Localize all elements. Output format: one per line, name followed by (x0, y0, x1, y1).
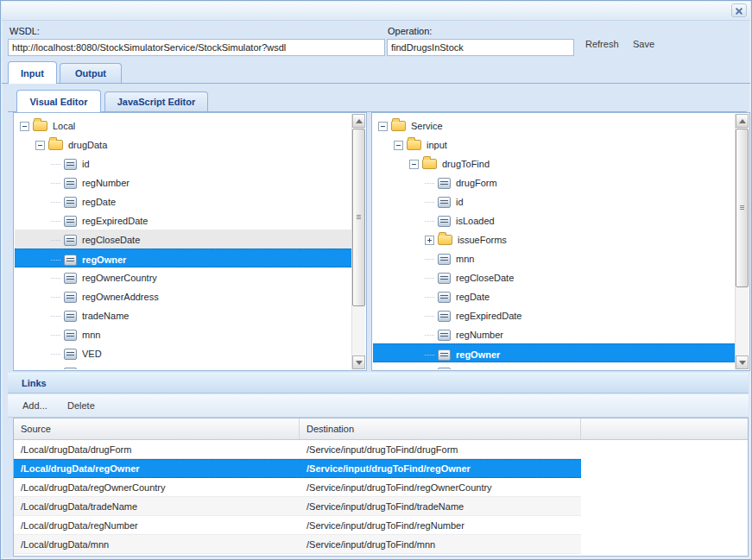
refresh-button[interactable]: Refresh (583, 37, 622, 51)
tree-node-mnn[interactable]: mnn (15, 324, 351, 343)
tree-connector (51, 335, 60, 336)
tree-node-regOwnerAddress[interactable]: regOwnerAddress (373, 362, 735, 369)
tree-indent (15, 299, 51, 299)
tree-node-isLoaded[interactable]: isLoaded (373, 211, 735, 230)
tree-node-regDate[interactable]: regDate (373, 286, 735, 305)
collapse-icon[interactable] (409, 160, 419, 169)
scroll-down-icon[interactable] (736, 356, 749, 369)
field-icon (438, 254, 451, 265)
tree-node-id[interactable]: id (373, 192, 735, 211)
link-row[interactable]: /Local/drugData/regOwnerCountry/Service/… (14, 478, 581, 497)
link-destination: /Service/input/drugToFind/regOwner (300, 460, 581, 477)
folder-icon (407, 140, 421, 150)
folder-icon (48, 140, 63, 150)
tree-node-label: input (427, 140, 447, 150)
tree-node-Local[interactable]: Local (15, 116, 351, 135)
link-row[interactable]: /Local/drugData/drugForm/Service/input/d… (14, 440, 581, 459)
wsdl-input[interactable] (8, 39, 385, 56)
tree-node-tradeName[interactable]: tradeName (15, 305, 351, 324)
scroll-up-icon[interactable] (352, 114, 365, 128)
tab-output[interactable]: Output (60, 63, 122, 84)
tree-node-id[interactable]: id (15, 154, 351, 173)
field-icon (64, 197, 77, 208)
tree-indent (373, 356, 425, 357)
tree-indent (373, 299, 425, 299)
tab-javascript-editor[interactable]: JavaScript Editor (104, 91, 208, 112)
tree-node-input[interactable]: input (373, 135, 735, 154)
links-panel-header: Links (8, 373, 749, 393)
tree-connector (51, 297, 60, 298)
column-header-source[interactable]: Source (14, 418, 300, 439)
tree-indent (373, 318, 425, 318)
save-button[interactable]: Save (630, 37, 657, 51)
local-tree: LocaldrugDataidregNumberregDateregExpire… (15, 114, 351, 369)
link-row[interactable]: /Local/drugData/mnn/Service/input/drugTo… (14, 535, 581, 554)
tree-node-regOwnerAddress[interactable]: regOwnerAddress (15, 286, 351, 305)
link-source: /Local/drugData/mnn (14, 535, 300, 553)
scrollbar-thumb[interactable] (352, 129, 365, 306)
collapse-icon[interactable] (378, 122, 388, 131)
links-grid: Source Destination /Local/drugData/drugF… (13, 418, 749, 557)
tree-node-label: id (456, 197, 464, 207)
tree-node-drugForm[interactable]: drugForm (373, 173, 735, 192)
tree-indent (15, 185, 51, 186)
links-toolbar: Add... Delete (8, 394, 749, 418)
tab-input[interactable]: Input (8, 61, 57, 84)
tree-indent (15, 223, 51, 223)
tree-indent (373, 280, 425, 280)
tree-node-regCloseDate[interactable]: regCloseDate (373, 267, 735, 286)
field-icon (64, 159, 77, 170)
tree-indent (373, 204, 425, 204)
add-link-button[interactable]: Add... (20, 399, 50, 412)
collapse-icon[interactable] (394, 141, 403, 150)
tree-node-label: tradeName (82, 311, 129, 321)
tree-node-issueForms[interactable]: issueForms (373, 230, 735, 249)
tree-node-regExpiredDate[interactable]: regExpiredDate (373, 305, 735, 324)
tree-node-regNumber[interactable]: regNumber (373, 324, 735, 343)
tree-connector (425, 355, 434, 356)
link-destination: /Service/input/drugToFind/drugForm (300, 440, 581, 458)
field-icon (64, 292, 77, 303)
field-icon (438, 197, 451, 208)
tree-node-regExpiredDate[interactable]: regExpiredDate (15, 211, 351, 230)
column-header-filler (581, 418, 748, 439)
scroll-down-icon[interactable] (352, 356, 365, 369)
scroll-up-icon[interactable] (736, 114, 749, 128)
link-source: /Local/drugData/tradeName (14, 497, 300, 515)
tree-node-mnn[interactable]: mnn (373, 249, 735, 267)
scrollbar-track[interactable] (735, 114, 749, 369)
folder-icon (422, 159, 437, 169)
column-header-destination[interactable]: Destination (300, 418, 581, 439)
tree-node-regNumber[interactable]: regNumber (15, 173, 351, 192)
operation-input[interactable] (387, 39, 574, 56)
tree-node-regOwner[interactable]: regOwner (15, 249, 351, 267)
collapse-icon[interactable] (35, 141, 45, 150)
tree-node-VED[interactable]: VED (15, 343, 351, 362)
tree-indent (373, 261, 425, 261)
expand-icon[interactable] (425, 236, 434, 245)
tree-node-label: drugForm (82, 368, 123, 369)
tree-node-Service[interactable]: Service (373, 116, 735, 135)
tab-visual-editor[interactable]: Visual Editor (16, 90, 101, 112)
tree-connector (51, 164, 60, 165)
field-icon (438, 178, 451, 189)
delete-link-button[interactable]: Delete (65, 399, 98, 412)
link-row[interactable]: /Local/drugData/tradeName/Service/input/… (14, 497, 581, 516)
link-row[interactable]: /Local/drugData/regNumber/Service/input/… (14, 516, 581, 535)
tree-node-regCloseDate[interactable]: regCloseDate (15, 230, 351, 249)
tree-node-regDate[interactable]: regDate (15, 192, 351, 211)
tree-node-drugData[interactable]: drugData (15, 135, 351, 154)
tree-node-regOwnerCountry[interactable]: regOwnerCountry (15, 267, 351, 286)
collapse-icon[interactable] (20, 122, 29, 131)
link-source: /Local/drugData/regOwner (14, 460, 300, 477)
tree-connector (425, 297, 434, 298)
link-row[interactable]: /Local/drugData/regOwner/Service/input/d… (14, 459, 581, 478)
tree-node-drugToFind[interactable]: drugToFind (373, 154, 735, 173)
scrollbar-track[interactable] (351, 114, 365, 369)
scrollbar-thumb[interactable] (736, 129, 749, 287)
field-icon (64, 311, 77, 322)
tree-node-drugForm[interactable]: drugForm (15, 362, 351, 369)
tree-node-regOwner[interactable]: regOwner (373, 343, 735, 362)
close-icon[interactable] (731, 3, 747, 17)
tree-connector (425, 316, 434, 317)
